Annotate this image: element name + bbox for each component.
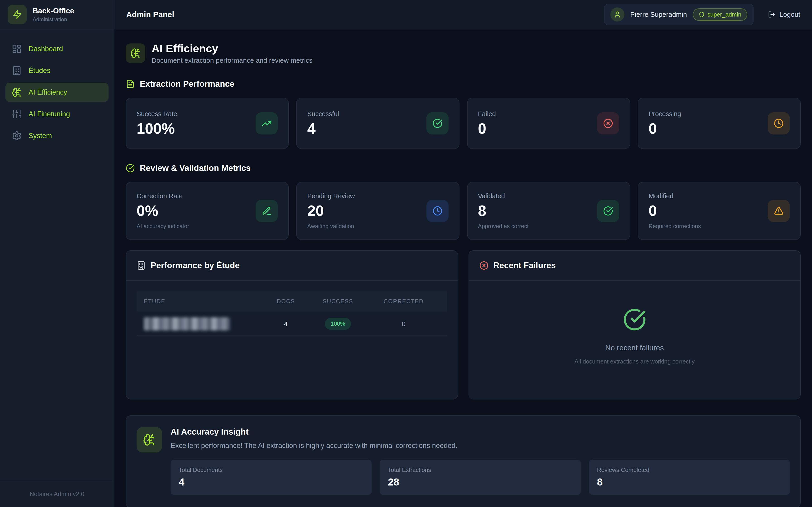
sidebar: Back-Office Administration Dashboard Étu… <box>0 0 114 507</box>
sidebar-footer: Notaires Admin v2.0 <box>0 481 114 507</box>
sidebar-item-label: AI Finetuning <box>29 110 70 118</box>
panel-title: Performance by Étude <box>151 261 240 270</box>
page-title: AI Efficiency <box>152 42 312 55</box>
stat-total-documents: Total Documents 4 <box>170 460 371 495</box>
extraction-cards: Success Rate 100% Successful 4 Failed 0 <box>126 98 801 149</box>
zap-icon <box>12 10 22 19</box>
card-pending-review: Pending Review 20 Awaiting validation <box>296 182 459 240</box>
brand-name: Back-Office <box>33 6 74 15</box>
logout-icon <box>768 11 775 18</box>
sidebar-item-etudes[interactable]: Études <box>5 61 108 80</box>
sidebar-item-ai-finetuning[interactable]: AI Finetuning <box>5 105 108 124</box>
col-docs: DOCS <box>263 298 309 305</box>
panel-recent-failures: Recent Failures No recent failures All d… <box>468 250 801 399</box>
user-icon <box>614 11 621 18</box>
review-cards: Correction Rate 0% AI accuracy indicator… <box>126 182 801 240</box>
sidebar-item-label: AI Efficiency <box>29 88 67 97</box>
alert-triangle-icon <box>768 200 790 222</box>
cell-success: 100% <box>309 318 367 330</box>
etude-name-redacted <box>144 317 230 331</box>
page-header: AI Efficiency Document extraction perfor… <box>126 42 801 64</box>
empty-state-subtitle: All document extractions are working cor… <box>574 358 695 365</box>
page-icon-box <box>126 44 145 63</box>
sidebar-item-system[interactable]: System <box>5 126 108 145</box>
dashboard-icon <box>12 44 22 54</box>
check-circle-icon <box>426 112 449 134</box>
check-circle-icon <box>623 308 646 331</box>
col-etude: ÉTUDE <box>144 298 263 305</box>
x-circle-icon <box>479 261 489 270</box>
file-text-icon <box>126 79 135 89</box>
logout-button[interactable]: Logout <box>768 11 800 18</box>
sliders-icon <box>12 109 22 119</box>
section-review-title: Review & Validation Metrics <box>126 163 801 173</box>
avatar <box>610 7 624 21</box>
topbar: Admin Panel Pierre Superadmin super_admi… <box>114 0 812 30</box>
user-name: Pierre Superadmin <box>630 11 687 18</box>
col-corrected: CORRECTED <box>367 298 440 305</box>
shield-icon <box>699 11 705 17</box>
sidebar-nav: Dashboard Études AI Efficiency AI Finetu… <box>0 30 114 155</box>
insight-text: Excellent performance! The AI extraction… <box>170 442 790 450</box>
empty-state-title: No recent failures <box>605 344 664 352</box>
app-version: Notaires Admin v2.0 <box>30 491 85 498</box>
sidebar-item-label: System <box>29 132 52 140</box>
insight-title: AI Accuracy Insight <box>170 427 790 437</box>
main-content: AI Efficiency Document extraction perfor… <box>114 30 812 507</box>
role-badge: super_admin <box>693 8 747 21</box>
topbar-title: Admin Panel <box>126 10 174 19</box>
cell-corrected: 0 <box>367 320 440 328</box>
stat-total-extractions: Total Extractions 28 <box>380 460 581 495</box>
x-circle-icon <box>597 112 619 134</box>
role-badge-label: super_admin <box>707 11 741 18</box>
check-circle-icon <box>126 164 135 173</box>
etude-table-header: ÉTUDE DOCS SUCCESS CORRECTED <box>137 291 447 313</box>
panel-ai-accuracy-insight: AI Accuracy Insight Excellent performanc… <box>126 415 801 507</box>
page-subtitle: Document extraction performance and revi… <box>152 57 312 64</box>
cell-docs: 4 <box>263 320 309 328</box>
clock-icon <box>426 200 449 222</box>
sidebar-item-label: Dashboard <box>29 45 63 53</box>
pencil-icon <box>256 200 278 222</box>
brain-circuit-icon <box>12 88 22 97</box>
user-pill[interactable]: Pierre Superadmin super_admin <box>604 4 754 25</box>
brain-circuit-icon <box>130 48 141 58</box>
gear-icon <box>12 131 22 141</box>
sidebar-item-label: Études <box>29 66 51 75</box>
sidebar-header: Back-Office Administration <box>0 0 114 30</box>
card-modified: Modified 0 Required corrections <box>638 182 801 240</box>
card-failed: Failed 0 <box>467 98 630 149</box>
col-success: SUCCESS <box>309 298 367 305</box>
card-validated: Validated 8 Approved as correct <box>467 182 630 240</box>
insight-stats: Total Documents 4 Total Extractions 28 R… <box>170 460 790 495</box>
building-icon <box>12 66 22 75</box>
clock-icon <box>768 112 790 134</box>
card-correction-rate: Correction Rate 0% AI accuracy indicator <box>126 182 289 240</box>
card-successful: Successful 4 <box>296 98 459 149</box>
brain-circuit-icon <box>137 427 162 452</box>
no-failures-empty-state: No recent failures All document extracti… <box>469 281 801 399</box>
app-logo <box>8 5 27 24</box>
brand-subtitle: Administration <box>33 16 74 23</box>
building-icon <box>137 261 146 270</box>
stat-reviews-completed: Reviews Completed 8 <box>589 460 790 495</box>
card-processing: Processing 0 <box>638 98 801 149</box>
table-row[interactable]: 4 100% 0 <box>137 313 447 336</box>
sidebar-item-dashboard[interactable]: Dashboard <box>5 39 108 58</box>
card-success-rate: Success Rate 100% <box>126 98 289 149</box>
trending-up-icon <box>256 112 278 134</box>
panel-performance-by-etude: Performance by Étude ÉTUDE DOCS SUCCESS … <box>126 250 458 399</box>
sidebar-item-ai-efficiency[interactable]: AI Efficiency <box>5 83 108 102</box>
success-rate-badge: 100% <box>325 318 351 330</box>
section-extraction-title: Extraction Performance <box>126 79 801 89</box>
panel-title: Recent Failures <box>494 261 556 270</box>
check-circle-icon <box>597 200 619 222</box>
logout-label: Logout <box>779 11 800 18</box>
